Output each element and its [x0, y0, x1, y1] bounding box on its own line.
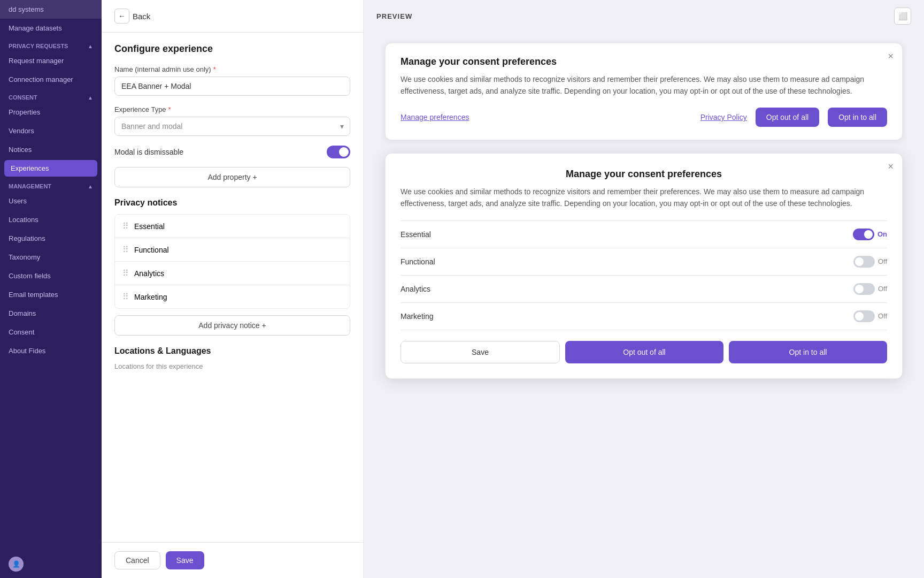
notice-item-functional: ⠿ Functional — [115, 238, 350, 262]
chevron-icon: ▲ — [88, 43, 93, 49]
modal-close-button[interactable]: × — [888, 161, 894, 172]
modal-save-button[interactable]: Save — [401, 341, 560, 363]
preview-panel: PREVIEW ⬜ × Manage your consent preferen… — [364, 0, 924, 578]
back-arrow-icon: ← — [114, 9, 129, 24]
modal-title: Manage your consent preferences — [401, 169, 887, 180]
sidebar-item-experiences[interactable]: Experiences — [4, 160, 97, 177]
banner-title: Manage your consent preferences — [401, 56, 887, 67]
banner-opt-out-button[interactable]: Opt out of all — [756, 108, 819, 127]
sidebar-section-privacy-requests[interactable]: PRIVACY REQUESTS ▲ — [0, 37, 102, 51]
notice-label-analytics: Analytics — [134, 269, 164, 278]
consent-banner: × Manage your consent preferences We use… — [385, 43, 903, 140]
pref-row-analytics: Analytics Off — [401, 276, 887, 303]
add-property-label: Add property + — [207, 173, 257, 181]
drag-handle-icon[interactable]: ⠿ — [122, 221, 129, 231]
pref-label-essential: Essential — [401, 230, 431, 239]
config-footer: Cancel Save — [102, 542, 363, 578]
notice-label-marketing: Marketing — [134, 293, 167, 301]
pref-switch-functional[interactable] — [853, 256, 875, 268]
banner-opt-in-button[interactable]: Opt in to all — [828, 108, 887, 127]
add-notice-label: Add privacy notice + — [198, 321, 266, 330]
drag-handle-icon[interactable]: ⠿ — [122, 292, 129, 302]
notice-item-essential: ⠿ Essential — [115, 215, 350, 238]
config-title: Configure experience — [114, 43, 350, 55]
cancel-button[interactable]: Cancel — [114, 551, 160, 569]
preview-body: × Manage your consent preferences We use… — [364, 32, 924, 578]
pref-state-analytics: Off — [878, 285, 887, 293]
pref-toggle-marketing[interactable]: Off — [853, 310, 887, 322]
notice-item-marketing: ⠿ Marketing — [115, 285, 350, 308]
sidebar-item-domains[interactable]: Domains — [0, 304, 102, 323]
pref-row-essential: Essential On — [401, 221, 887, 248]
avatar: 👤 — [9, 557, 24, 572]
modal-dismissable-toggle[interactable] — [327, 146, 350, 158]
sidebar-bottom: 👤 — [0, 550, 102, 578]
modal-opt-in-button[interactable]: Opt in to all — [729, 341, 887, 363]
chevron-icon: ▲ — [88, 95, 93, 101]
required-star: * — [213, 65, 216, 73]
pref-toggle-essential[interactable]: On — [853, 229, 887, 240]
pref-switch-analytics[interactable] — [853, 283, 875, 295]
sidebar-item-taxonomy[interactable]: Taxonomy — [0, 248, 102, 267]
experience-type-wrapper: Banner and modal ▾ — [114, 117, 350, 136]
sidebar-item-request-manager[interactable]: Request manager — [0, 51, 102, 70]
sidebar-item-regulations[interactable]: Regulations — [0, 229, 102, 248]
chevron-icon: ▲ — [88, 184, 93, 189]
modal-description: We use cookies and similar methods to re… — [401, 186, 887, 209]
back-button[interactable]: ← Back — [114, 9, 150, 24]
pref-state-functional: Off — [878, 257, 887, 265]
pref-row-functional: Functional Off — [401, 248, 887, 276]
banner-description: We use cookies and similar methods to re… — [401, 74, 887, 97]
notice-item-analytics: ⠿ Analytics — [115, 262, 350, 285]
sidebar-item-custom-fields[interactable]: Custom fields — [0, 267, 102, 285]
sidebar: dd systems Manage datasets PRIVACY REQUE… — [0, 0, 102, 578]
pref-row-marketing: Marketing Off — [401, 303, 887, 330]
config-panel: ← Back Configure experience Name (intern… — [102, 0, 364, 578]
sidebar-item-notices[interactable]: Notices — [0, 140, 102, 159]
sidebar-item-consent[interactable]: Consent — [0, 323, 102, 341]
pref-toggle-functional[interactable]: Off — [853, 256, 887, 268]
name-field-group: Name (internal admin use only) * — [114, 65, 350, 96]
pref-switch-essential[interactable] — [853, 229, 874, 240]
modal-opt-out-button[interactable]: Opt out of all — [565, 341, 723, 363]
modal-footer: Save Opt out of all Opt in to all — [401, 341, 887, 363]
modal-dismissable-row: Modal is dismissable — [114, 146, 350, 158]
pref-state-essential: On — [877, 230, 887, 238]
device-icon: ⬜ — [898, 12, 907, 20]
sidebar-item-properties[interactable]: Properties — [0, 103, 102, 121]
privacy-policy-link[interactable]: Privacy Policy — [700, 113, 747, 121]
sidebar-item-email-templates[interactable]: Email templates — [0, 285, 102, 304]
pref-toggle-analytics[interactable]: Off — [853, 283, 887, 295]
add-property-button[interactable]: Add property + — [114, 167, 350, 187]
sidebar-item-manage-datasets[interactable]: Manage datasets — [0, 19, 102, 37]
pref-switch-marketing[interactable] — [853, 310, 875, 322]
experience-type-select[interactable]: Banner and modal — [114, 117, 350, 136]
manage-preferences-link[interactable]: Manage preferences — [401, 113, 469, 121]
required-star-2: * — [168, 105, 171, 113]
notice-label-essential: Essential — [134, 222, 165, 231]
sidebar-item-dd-systems[interactable]: dd systems — [0, 0, 102, 19]
banner-close-button[interactable]: × — [888, 51, 894, 62]
drag-handle-icon[interactable]: ⠿ — [122, 268, 129, 278]
sidebar-item-vendors[interactable]: Vendors — [0, 121, 102, 140]
save-button[interactable]: Save — [166, 551, 204, 569]
modal-preferences: Essential On Functional Off Analytics — [401, 220, 887, 330]
pref-label-functional: Functional — [401, 257, 435, 266]
sidebar-item-about-fides[interactable]: About Fides — [0, 341, 102, 360]
add-privacy-notice-button[interactable]: Add privacy notice + — [114, 315, 350, 336]
drag-handle-icon[interactable]: ⠿ — [122, 245, 129, 255]
sidebar-item-connection-manager[interactable]: Connection manager — [0, 70, 102, 89]
config-body: Configure experience Name (internal admi… — [102, 33, 363, 542]
device-toggle-button[interactable]: ⬜ — [894, 7, 911, 25]
locations-title: Locations & Languages — [114, 346, 350, 356]
experience-type-label: Experience Type * — [114, 105, 350, 113]
privacy-notices-title: Privacy notices — [114, 198, 350, 208]
sidebar-section-consent[interactable]: CONSENT ▲ — [0, 89, 102, 103]
name-label: Name (internal admin use only) * — [114, 65, 350, 73]
pref-label-marketing: Marketing — [401, 312, 433, 321]
sidebar-item-users[interactable]: Users — [0, 192, 102, 210]
sidebar-section-management[interactable]: MANAGEMENT ▲ — [0, 178, 102, 192]
sidebar-item-locations[interactable]: Locations — [0, 210, 102, 229]
name-input[interactable] — [114, 77, 350, 96]
consent-modal: × Manage your consent preferences We use… — [385, 153, 903, 378]
